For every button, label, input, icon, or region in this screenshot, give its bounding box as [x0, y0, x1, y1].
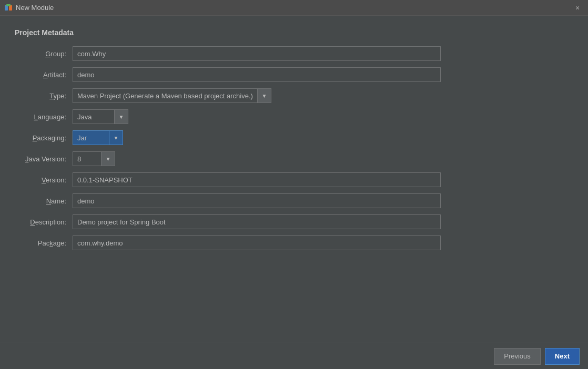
language-row: Language: Java ▼ [15, 109, 573, 124]
package-row: Package: [15, 235, 573, 250]
section-title: Project Metadata [15, 28, 573, 37]
package-input[interactable] [73, 235, 441, 250]
java-version-select-text: 8 [73, 151, 102, 166]
java-version-label: Java Version: [15, 155, 73, 163]
version-row: Version: [15, 172, 573, 187]
group-row: Group: [15, 46, 573, 61]
artifact-row: Artifact: [15, 67, 573, 82]
group-label: Group: [15, 50, 73, 58]
artifact-input[interactable] [73, 67, 441, 82]
module-icon [4, 4, 13, 12]
window-title: New Module [16, 4, 54, 12]
java-version-container: 8 ▼ [73, 151, 115, 166]
description-input[interactable] [73, 214, 441, 229]
packaging-row: Packaging: Jar ▼ [15, 130, 573, 145]
packaging-select-container: Jar ▼ [73, 130, 123, 145]
name-label: Name: [15, 197, 73, 205]
name-input[interactable] [73, 193, 441, 208]
packaging-select-text: Jar [73, 130, 109, 145]
language-select-container: Java ▼ [73, 109, 128, 124]
close-button[interactable]: × [571, 2, 584, 14]
packaging-dropdown-button[interactable]: ▼ [109, 130, 123, 145]
name-row: Name: [15, 193, 573, 208]
language-select-text: Java [73, 109, 115, 124]
language-label: Language: [15, 113, 73, 121]
previous-button[interactable]: Previous [494, 348, 541, 365]
java-version-row: Java Version: 8 ▼ [15, 151, 573, 166]
artifact-label: Artifact: [15, 71, 73, 79]
version-input[interactable] [73, 172, 441, 187]
package-label: Package: [15, 239, 73, 247]
java-version-dropdown-button[interactable]: ▼ [102, 151, 115, 166]
type-select-text: Maven Project (Generate a Maven based pr… [73, 88, 258, 103]
type-row: Type: Maven Project (Generate a Maven ba… [15, 88, 573, 103]
title-bar: New Module × [0, 0, 588, 16]
type-dropdown-button[interactable]: ▼ [258, 88, 271, 103]
version-label: Version: [15, 176, 73, 184]
dialog-body: Project Metadata Group: Artifact: Type: … [0, 16, 588, 343]
svg-rect-2 [6, 4, 11, 6]
type-select-container: Maven Project (Generate a Maven based pr… [73, 88, 271, 103]
description-label: Description: [15, 218, 73, 226]
packaging-label: Packaging: [15, 134, 73, 142]
type-label: Type: [15, 92, 73, 100]
description-row: Description: [15, 214, 573, 229]
dialog-footer: Previous Next [0, 343, 588, 369]
next-button[interactable]: Next [545, 348, 580, 365]
language-dropdown-button[interactable]: ▼ [115, 109, 128, 124]
group-input[interactable] [73, 46, 441, 61]
